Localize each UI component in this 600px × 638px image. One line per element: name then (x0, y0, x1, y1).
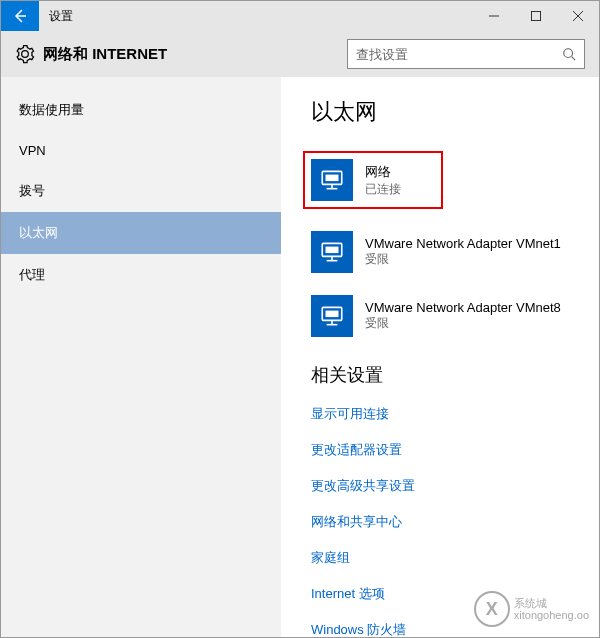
body: 数据使用量 VPN 拨号 以太网 代理 以太网 网络 已连接 VMware Ne… (1, 77, 599, 638)
sidebar: 数据使用量 VPN 拨号 以太网 代理 (1, 77, 281, 638)
network-status: 受限 (365, 315, 561, 332)
back-arrow-icon (12, 8, 28, 24)
title-bar: 设置 (1, 1, 599, 31)
related-link[interactable]: Windows 防火墙 (311, 621, 579, 638)
maximize-button[interactable] (515, 1, 557, 31)
network-status: 受限 (365, 251, 561, 268)
related-link[interactable]: 显示可用连接 (311, 405, 579, 423)
minimize-icon (489, 11, 499, 21)
sidebar-item-label: 拨号 (19, 183, 45, 198)
minimize-button[interactable] (473, 1, 515, 31)
sidebar-item-label: 以太网 (19, 225, 58, 240)
related-link[interactable]: 网络和共享中心 (311, 513, 579, 531)
header-row: 网络和 INTERNET (1, 31, 599, 77)
sidebar-item-vpn[interactable]: VPN (1, 131, 281, 170)
ethernet-icon (311, 159, 353, 201)
svg-rect-15 (326, 311, 339, 318)
header-title: 网络和 INTERNET (43, 45, 167, 64)
network-status: 已连接 (365, 181, 401, 198)
svg-rect-7 (326, 175, 339, 182)
search-input[interactable] (356, 47, 562, 62)
network-text: 网络 已连接 (365, 163, 401, 198)
ethernet-icon (311, 231, 353, 273)
related-link[interactable]: 更改高级共享设置 (311, 477, 579, 495)
close-button[interactable] (557, 1, 599, 31)
sidebar-item-ethernet[interactable]: 以太网 (1, 212, 281, 254)
content-pane: 以太网 网络 已连接 VMware Network Adapter VMnet1… (281, 77, 599, 638)
related-link[interactable]: 更改适配器设置 (311, 441, 579, 459)
maximize-icon (531, 11, 541, 21)
window-title: 设置 (49, 8, 73, 25)
network-item[interactable]: 网络 已连接 (303, 151, 443, 209)
sidebar-item-data-usage[interactable]: 数据使用量 (1, 89, 281, 131)
network-name: VMware Network Adapter VMnet1 (365, 236, 561, 251)
sidebar-item-label: 代理 (19, 267, 45, 282)
close-icon (573, 11, 583, 21)
ethernet-icon (311, 295, 353, 337)
network-name: 网络 (365, 163, 401, 181)
svg-rect-11 (326, 247, 339, 254)
related-title: 相关设置 (311, 363, 579, 387)
related-link[interactable]: Internet 选项 (311, 585, 579, 603)
network-text: VMware Network Adapter VMnet1 受限 (365, 236, 561, 268)
gear-icon (15, 44, 35, 64)
svg-rect-1 (532, 12, 541, 21)
window-controls (473, 1, 599, 31)
back-button[interactable] (1, 1, 39, 31)
related-link[interactable]: 家庭组 (311, 549, 579, 567)
network-item[interactable]: VMware Network Adapter VMnet1 受限 (311, 231, 579, 273)
sidebar-item-label: 数据使用量 (19, 102, 84, 117)
svg-point-4 (564, 49, 573, 58)
section-title: 以太网 (311, 97, 579, 127)
network-name: VMware Network Adapter VMnet8 (365, 300, 561, 315)
sidebar-item-dialup[interactable]: 拨号 (1, 170, 281, 212)
related-settings: 相关设置 显示可用连接 更改适配器设置 更改高级共享设置 网络和共享中心 家庭组… (311, 363, 579, 638)
sidebar-item-proxy[interactable]: 代理 (1, 254, 281, 296)
header-left: 网络和 INTERNET (15, 44, 167, 64)
sidebar-item-label: VPN (19, 143, 46, 158)
search-box[interactable] (347, 39, 585, 69)
search-icon (562, 47, 576, 61)
network-item[interactable]: VMware Network Adapter VMnet8 受限 (311, 295, 579, 337)
network-text: VMware Network Adapter VMnet8 受限 (365, 300, 561, 332)
svg-line-5 (572, 57, 576, 61)
